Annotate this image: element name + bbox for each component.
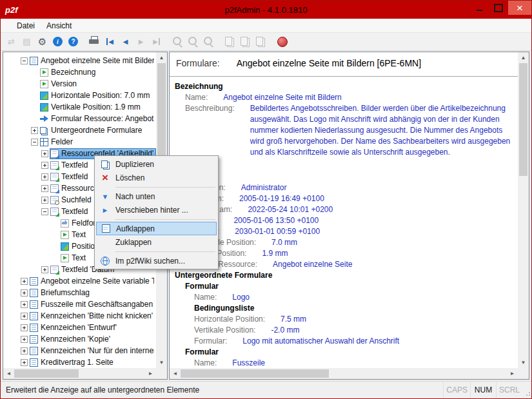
collapse-expander-icon[interactable]: [19, 55, 29, 66]
tree-item[interactable]: Formular Ressource: Angebot einzelne Sei…: [3, 113, 156, 124]
close-button[interactable]: [508, 1, 531, 15]
info-icon[interactable]: [50, 34, 65, 49]
scroll-right-icon[interactable]: ►: [145, 368, 156, 379]
scroll-up-icon[interactable]: ▲: [518, 52, 529, 63]
tree-item[interactable]: Bezeichnung: [3, 66, 156, 78]
form-icon: [30, 312, 38, 320]
scroll-right-icon[interactable]: ►: [507, 368, 518, 379]
expand-expander-icon[interactable]: [19, 322, 29, 333]
menu-item-label: Aufklappen: [116, 224, 155, 233]
zoom-out-icon[interactable]: [186, 34, 201, 49]
expand-expander-icon[interactable]: [29, 125, 39, 135]
tree-item[interactable]: Felder: [3, 136, 156, 148]
scroll-down-icon[interactable]: ▼: [156, 357, 167, 368]
tree-item[interactable]: Fusszeile mit Geschäftsangaben: [3, 298, 156, 310]
tree-item[interactable]: Kennzeichen 'Nur für den internen Gebrau…: [3, 345, 156, 356]
tree-item[interactable]: Briefumschlag: [3, 287, 156, 298]
tree-item[interactable]: Angebot einzelne Seite variable Texte: [3, 275, 156, 287]
form-icon: [30, 324, 38, 332]
menu-item-p2fwiki-suchen[interactable]: Im p2fWiki suchen...: [96, 254, 217, 268]
zoom-icon[interactable]: [170, 34, 185, 49]
copy-icon: [98, 159, 112, 170]
tree-item[interactable]: Kennzeichen 'Entwurf': [3, 322, 156, 333]
expand-expander-icon[interactable]: [39, 183, 50, 193]
scroll-thumb[interactable]: [181, 369, 329, 378]
delete-icon: [98, 172, 112, 184]
expand-expander-icon[interactable]: [39, 148, 50, 159]
scroll-up-icon[interactable]: ▲: [156, 52, 167, 63]
collapse-expander-icon[interactable]: [39, 206, 50, 217]
zoom-in-icon[interactable]: [201, 34, 216, 49]
sync-icon[interactable]: [4, 34, 19, 49]
detail-horizontal-scrollbar[interactable]: ◄ ►: [170, 368, 518, 379]
first-record-icon[interactable]: [103, 34, 117, 49]
move-after-icon: [98, 204, 112, 216]
collapse-expander-icon[interactable]: [29, 137, 39, 147]
expand-expander-icon[interactable]: [19, 287, 29, 298]
tree-item[interactable]: Vertikale Position: 1.9 mm: [3, 101, 156, 113]
field-format-icon: [61, 219, 69, 228]
print-icon[interactable]: [87, 34, 102, 49]
tree-item[interactable]: Untergeordnete Formulare: [3, 124, 156, 136]
tree-item[interactable]: Version: [3, 78, 156, 90]
expand-expander-icon[interactable]: [39, 160, 50, 170]
tree-item[interactable]: Angebot einzelne Seite mit Bildern: [3, 55, 156, 66]
menu-ansicht[interactable]: Ansicht: [41, 20, 77, 32]
menu-item-verschieben-hinter[interactable]: Verschieben hinter ...: [96, 203, 217, 217]
subform-header: Formular: [175, 281, 518, 292]
minimize-button[interactable]: [469, 1, 489, 15]
info-row: Erstellt am:2005-01-19 16:49 +0100: [175, 193, 518, 204]
tree-item[interactable]: Kennzeichen 'Kopie': [3, 333, 156, 345]
tree-horizontal-scrollbar[interactable]: ◄ ►: [3, 368, 156, 379]
menu-item-zuklappen[interactable]: Zuklappen: [96, 235, 217, 249]
expand-expander-icon[interactable]: [19, 345, 29, 356]
tree-item[interactable]: Horizontale Position: 7.0 mm: [3, 90, 156, 101]
previous-record-icon[interactable]: [118, 34, 133, 49]
expand-expander-icon[interactable]: [19, 299, 29, 309]
menu-item-nach-unten[interactable]: Nach unten: [96, 190, 217, 203]
menu-item-duplizieren[interactable]: Duplizieren: [96, 157, 217, 171]
pages-icon[interactable]: [238, 34, 253, 49]
scroll-thumb[interactable]: [14, 369, 79, 378]
expand-expander-icon[interactable]: [39, 171, 50, 182]
attribute-icon: [40, 80, 48, 88]
scroll-thumb[interactable]: [519, 63, 527, 176]
expand-expander-icon[interactable]: [39, 264, 50, 275]
expand-expander-icon[interactable]: [19, 334, 29, 344]
stop-icon[interactable]: [275, 34, 290, 49]
section-bezeichnung: Bezeichnung: [175, 81, 518, 92]
menu-item-loeschen[interactable]: Löschen: [96, 171, 217, 184]
wiki-globe-icon: [98, 255, 112, 267]
scroll-down-icon[interactable]: ▼: [518, 357, 529, 368]
settings-gear-icon[interactable]: [35, 34, 50, 49]
scroll-left-icon[interactable]: ◄: [3, 368, 14, 379]
expand-expander-icon[interactable]: [19, 311, 29, 321]
expand-expander-icon[interactable]: [39, 195, 50, 205]
page-stack-icon[interactable]: [253, 34, 268, 49]
window-title: p2fAdmin - 4.1.0.1810: [1, 5, 531, 15]
maximize-button[interactable]: [489, 1, 508, 15]
attribute-icon: [40, 68, 48, 77]
detail-vertical-scrollbar[interactable]: ▲ ▼: [518, 52, 529, 368]
next-record-icon[interactable]: [133, 34, 148, 49]
text-field-icon: [50, 161, 59, 170]
resize-grip[interactable]: [522, 382, 531, 398]
menubar: Datei Ansicht: [1, 19, 531, 33]
scroll-left-icon[interactable]: ◄: [170, 368, 181, 379]
tree-item[interactable]: Kreditvertrag 1. Seite: [3, 356, 156, 368]
expand-expander-icon[interactable]: [19, 276, 29, 286]
form-title: Angebot einzelne Seite mit Bildern [6PE-…: [237, 58, 421, 68]
last-record-icon[interactable]: [149, 34, 164, 49]
menu-datei[interactable]: Datei: [11, 20, 41, 32]
subform-name-row: Name:Logo: [175, 292, 518, 303]
form-icon: [30, 300, 38, 309]
expand-expander-icon[interactable]: [19, 357, 29, 367]
print-preview-icon[interactable]: [19, 34, 34, 49]
form-icon: [30, 289, 38, 297]
info-row: Gültig bis:2030-01-01 00:59 +0100: [175, 226, 518, 237]
help-icon[interactable]: [66, 34, 81, 49]
menu-item-aufklappen[interactable]: Aufklappen: [96, 222, 217, 235]
copy-pages-icon[interactable]: [222, 34, 237, 49]
tree-item[interactable]: Kennzeichen 'Bitte nicht knicken': [3, 310, 156, 322]
resource-field-icon: [50, 150, 59, 158]
